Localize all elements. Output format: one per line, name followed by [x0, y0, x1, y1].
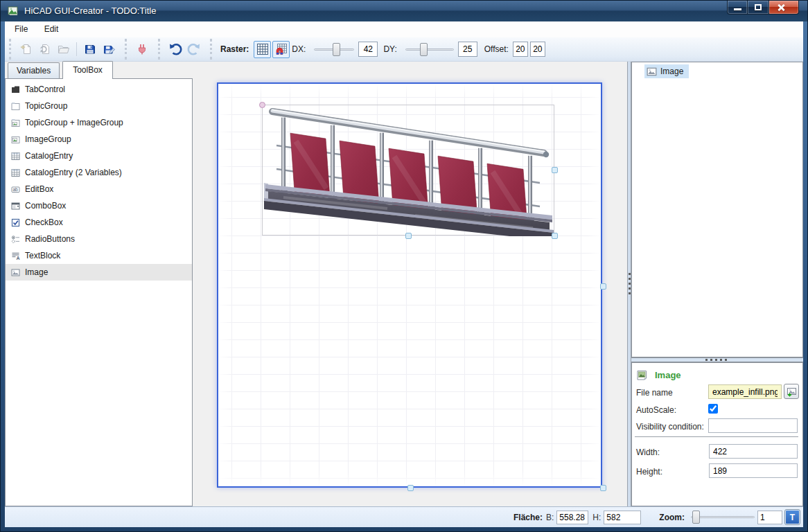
autoscale-label: AutoScale:	[636, 405, 676, 415]
image-handle-bottom[interactable]	[405, 233, 412, 239]
textblock-icon: A	[11, 251, 20, 260]
toolbar-group-undo	[158, 39, 203, 60]
save-as-button[interactable]	[100, 41, 117, 58]
imagegroup-icon	[11, 135, 20, 144]
height-label: Height:	[636, 467, 662, 477]
toolbar-group-plug	[125, 39, 151, 60]
grid-toggle-button[interactable]	[254, 41, 271, 58]
toolbox-item-checkbox[interactable]: CheckBox	[6, 214, 192, 231]
browse-button[interactable]	[784, 384, 799, 399]
railing-image	[263, 105, 555, 236]
h-input[interactable]	[604, 511, 641, 524]
browse-image-icon	[787, 387, 797, 397]
maximize-button[interactable]	[748, 1, 769, 15]
combobox-icon	[11, 202, 20, 211]
dy-slider[interactable]	[405, 41, 454, 58]
new-button[interactable]	[17, 41, 35, 58]
catalogentry-icon	[11, 152, 20, 161]
dy-input[interactable]	[458, 42, 477, 57]
dx-slider[interactable]	[314, 41, 354, 58]
grid-snap-button[interactable]	[272, 41, 290, 58]
toolbox-item-radiobuttons[interactable]: RadioButtons	[6, 231, 192, 247]
placed-image[interactable]	[262, 105, 554, 236]
open-button[interactable]	[55, 41, 72, 58]
dx-input[interactable]	[358, 42, 378, 57]
image-handle-bottom-right[interactable]	[552, 233, 558, 239]
checkbox-icon	[11, 218, 20, 227]
visibility-input[interactable]	[708, 418, 798, 433]
splitter-grip-icon	[705, 359, 729, 361]
form-canvas[interactable]	[217, 82, 602, 488]
autoscale-checkbox[interactable]	[708, 404, 718, 414]
undo-icon	[168, 42, 183, 57]
svg-text:A: A	[17, 256, 20, 260]
toolbox-item-textblock[interactable]: ATextBlock	[6, 247, 192, 264]
window-controls	[727, 1, 799, 15]
redo-icon	[186, 42, 202, 57]
titlebar[interactable]: HiCAD GUI-Creator - TODO:Title	[1, 1, 807, 21]
tab-toolbox[interactable]: ToolBox	[62, 61, 113, 79]
toolbox-item-image[interactable]: Image	[6, 264, 192, 281]
properties-panel: Image File name AutoScale: Visibility co…	[631, 362, 803, 506]
properties-divider	[635, 436, 798, 437]
toolbox-item-topicgroup-imagegroup[interactable]: TopicGroup + ImageGroup	[6, 114, 192, 131]
plug-button[interactable]	[133, 41, 150, 58]
height-input[interactable]	[709, 463, 798, 478]
close-button[interactable]	[769, 1, 799, 15]
toolbox-item-topicgroup[interactable]: TopicGroup	[6, 98, 192, 114]
image-document-icon	[636, 369, 649, 382]
offset-y-input[interactable]	[530, 42, 545, 57]
dx-slider-thumb[interactable]	[333, 43, 340, 56]
main-content: Variables ToolBox TabControl TopicGroup …	[5, 62, 803, 506]
zoom-slider[interactable]	[691, 508, 755, 526]
save-button[interactable]	[81, 41, 98, 58]
toolbox-item-catalogentry[interactable]: CatalogEntry	[6, 148, 192, 164]
reload-button[interactable]	[36, 41, 53, 58]
image-icon	[11, 268, 20, 277]
h-label: H:	[592, 513, 601, 522]
open-folder-icon	[57, 42, 71, 56]
canvas-handle-bottom-right[interactable]	[600, 485, 606, 491]
flaeche-label: Fläche:	[513, 513, 543, 522]
plug-icon	[135, 42, 149, 56]
raster-label: Raster:	[220, 44, 249, 54]
b-input[interactable]	[556, 511, 588, 524]
offset-x-input[interactable]	[513, 42, 528, 57]
dy-slider-thumb[interactable]	[420, 43, 428, 56]
zoom-input[interactable]	[757, 511, 782, 524]
menu-file[interactable]: File	[8, 21, 35, 37]
horizontal-splitter[interactable]	[631, 357, 803, 362]
t-button[interactable]: T	[785, 510, 800, 524]
structure-panel: Image	[631, 62, 803, 357]
toolbox-item-combobox[interactable]: ComboBox	[6, 197, 192, 214]
save-icon	[83, 42, 97, 56]
undo-button[interactable]	[166, 41, 184, 58]
toolbox-item-catalogentry-2[interactable]: CatalogEntry (2 Variables)	[6, 164, 192, 181]
toolbox-item-editbox[interactable]: abEditBox	[6, 181, 192, 197]
tab-variables[interactable]: Variables	[8, 62, 60, 78]
width-input[interactable]	[709, 444, 798, 459]
save-as-icon	[102, 42, 116, 56]
visibility-label: Visibility condition:	[636, 422, 704, 432]
grid-icon	[256, 42, 270, 56]
image-handle-top-left[interactable]	[259, 102, 265, 108]
topicgroup-imagegroup-icon	[11, 118, 20, 127]
redo-button[interactable]	[185, 41, 202, 58]
properties-header: Image	[636, 369, 681, 382]
image-handle-right[interactable]	[552, 167, 558, 173]
restore-icon	[755, 4, 762, 10]
tree-item-image[interactable]: Image	[644, 64, 689, 78]
canvas-handle-bottom[interactable]	[407, 485, 414, 491]
svg-text:ab: ab	[13, 187, 19, 192]
file-name-input[interactable]	[708, 384, 782, 399]
left-panel: Variables ToolBox TabControl TopicGroup …	[5, 62, 193, 506]
app-window: HiCAD GUI-Creator - TODO:Title File Edit	[0, 0, 808, 532]
width-label: Width:	[636, 447, 660, 457]
zoom-slider-thumb[interactable]	[692, 511, 700, 524]
menu-edit[interactable]: Edit	[37, 21, 66, 37]
dy-label: DY:	[383, 44, 396, 54]
canvas-handle-right[interactable]	[600, 283, 606, 290]
toolbox-item-imagegroup[interactable]: ImageGroup	[6, 131, 192, 148]
toolbox-item-tabcontrol[interactable]: TabControl	[6, 81, 192, 98]
minimize-button[interactable]	[727, 1, 748, 15]
